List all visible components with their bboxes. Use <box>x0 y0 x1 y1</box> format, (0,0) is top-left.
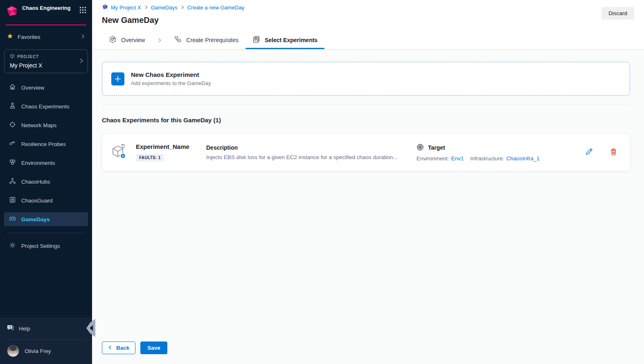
tab-label: Select Experiments <box>265 37 317 43</box>
back-label: Back <box>116 345 129 351</box>
project-kicker: PROJECT <box>10 54 77 59</box>
experiment-name: Experiment_Name <box>136 143 206 150</box>
experiment-description-column: Description Injects EBS disk loss for a … <box>206 144 417 160</box>
star-icon <box>7 33 13 40</box>
environment-link[interactable]: Env1 <box>451 155 464 162</box>
back-button[interactable]: Back <box>102 342 135 354</box>
sidebar-item-label: Network Maps <box>21 122 56 128</box>
target-label: Target <box>428 144 445 151</box>
collapse-arrow-icon <box>90 325 93 331</box>
save-button[interactable]: Save <box>140 342 167 354</box>
page-title: New GameDay <box>102 16 634 25</box>
sidebar-footer: ? Help Olivia Frey <box>0 317 92 364</box>
sidebar: Chaos Engineering Favorites <box>0 0 92 364</box>
favorites-label: Favorites <box>18 34 41 40</box>
section-heading: Chaos Experiments for this GameDay (1) <box>102 117 630 124</box>
chevron-left-icon <box>108 345 113 351</box>
favorites-row[interactable]: Favorites <box>0 25 92 46</box>
test-tube-icon <box>9 140 16 148</box>
sidebar-nav: Overview Chaos Experiments Network Maps … <box>0 73 92 226</box>
breadcrumb-link-gamedays[interactable]: GameDays <box>151 4 178 11</box>
tab-create-prerequisites[interactable]: Create Prerequisites <box>167 31 245 49</box>
help-button[interactable]: ? Help <box>0 317 92 339</box>
sidebar-item-chaoshubs[interactable]: ChaosHubs <box>4 175 88 189</box>
content-divider <box>102 105 630 105</box>
help-label: Help <box>19 326 30 332</box>
target-bullseye-icon <box>417 144 424 152</box>
node-graph-icon <box>9 178 16 186</box>
pencil-icon <box>585 148 593 157</box>
home-icon <box>9 83 16 92</box>
tab-label: Overview <box>121 37 145 43</box>
breadcrumb-link-project[interactable]: My Project X <box>111 4 141 11</box>
target-header: Target <box>417 144 580 152</box>
sidebar-item-project-settings[interactable]: Project Settings <box>4 239 88 253</box>
faults-badge: FAULTS: 1 <box>136 154 164 162</box>
sidebar-item-gamedays[interactable]: GameDays <box>4 212 88 226</box>
app-window: Chaos Engineering Favorites <box>0 0 644 364</box>
edit-experiment-button[interactable] <box>584 147 594 158</box>
harness-mini-logo-icon <box>102 4 108 11</box>
environment-label: Environment: <box>417 155 449 162</box>
delete-experiment-button[interactable] <box>609 147 618 158</box>
experiment-name-column: Experiment_Name FAULTS: 1 <box>136 143 206 162</box>
tab-content: New Chaos Experiment Add experiments to … <box>92 49 644 364</box>
project-selector[interactable]: PROJECT My Project X <box>4 49 88 73</box>
breadcrumb-link-create-gameday[interactable]: Create a new GameDay <box>187 4 244 11</box>
user-profile[interactable]: Olivia Frey <box>0 340 92 364</box>
stacked-cards-icon <box>252 36 260 45</box>
help-chat-icon: ? <box>7 324 14 333</box>
breadcrumb: My Project X GameDays Create a new GameD… <box>102 4 634 11</box>
chevron-right-icon <box>80 34 85 40</box>
target-meta: Environment: Env1 Infrastructure: ChaosI… <box>417 155 580 162</box>
tab-separator-chevron-icon <box>152 31 167 49</box>
harness-logo-icon <box>6 5 18 19</box>
description-text: Injects EBS disk loss for a given EC2 in… <box>206 154 408 160</box>
experiment-card: Experiment_Name FAULTS: 1 Description In… <box>102 133 630 171</box>
sidebar-item-label: Project Settings <box>21 243 60 249</box>
sidebar-item-label: ChaosGuard <box>21 198 53 204</box>
sidebar-item-label: GameDays <box>21 216 50 222</box>
new-chaos-experiment-dropzone[interactable]: New Chaos Experiment Add experiments to … <box>102 62 630 96</box>
new-experiment-title: New Chaos Experiment <box>131 71 211 78</box>
new-experiment-subtitle: Add experiments to the GameDay <box>131 80 211 86</box>
brand-title: Chaos Engineering <box>22 5 75 12</box>
brand-header: Chaos Engineering <box>0 0 92 22</box>
sidebar-item-environments[interactable]: Environments <box>4 156 88 170</box>
sidebar-item-label: Chaos Experiments <box>21 103 70 110</box>
user-name: Olivia Frey <box>25 348 51 354</box>
experiment-cube-icon <box>111 143 128 162</box>
app-grid-icon[interactable] <box>79 7 86 15</box>
sidebar-item-chaosguard[interactable]: ChaosGuard <box>4 193 88 207</box>
wizard-footer-actions: Back Save <box>102 342 167 354</box>
gamepad-icon <box>9 215 16 223</box>
sidebar-item-label: ChaosHubs <box>21 179 50 185</box>
hexagon-gear-icon <box>109 36 117 45</box>
sidebar-item-resilience-probes[interactable]: Resilience Probes <box>4 137 88 151</box>
trash-icon <box>610 148 617 157</box>
cube-icon <box>10 54 15 59</box>
new-experiment-text: New Chaos Experiment Add experiments to … <box>131 71 211 86</box>
lock-icon <box>9 196 16 204</box>
wizard-tabbar: Overview Create Prerequisites Select Exp… <box>92 31 644 49</box>
sidebar-item-label: Environments <box>21 160 55 166</box>
svg-text:?: ? <box>9 325 11 329</box>
gear-icon <box>9 242 16 250</box>
sidebar-item-overview[interactable]: Overview <box>4 81 88 94</box>
sidebar-item-network-maps[interactable]: Network Maps <box>4 118 88 132</box>
infrastructure-label: Infrastructure: <box>470 155 504 162</box>
sidebar-item-label: Resilience Probes <box>21 141 66 147</box>
sidebar-item-label: Overview <box>21 85 44 91</box>
experiment-actions <box>580 147 621 158</box>
tab-overview[interactable]: Overview <box>102 31 152 49</box>
page-header: My Project X GameDays Create a new GameD… <box>92 0 644 31</box>
discard-button[interactable]: Discard <box>601 7 634 20</box>
infrastructure-link[interactable]: ChaosInfra_1 <box>507 155 540 162</box>
sidebar-item-chaos-experiments[interactable]: Chaos Experiments <box>4 99 88 113</box>
flask-icon <box>9 102 16 110</box>
tab-select-experiments[interactable]: Select Experiments <box>245 31 324 49</box>
project-name: My Project X <box>10 62 77 69</box>
add-experiment-button[interactable] <box>111 72 124 85</box>
flowchart-icon <box>174 36 182 45</box>
experiment-target-column: Target Environment: Env1 Infrastructure:… <box>417 144 580 162</box>
